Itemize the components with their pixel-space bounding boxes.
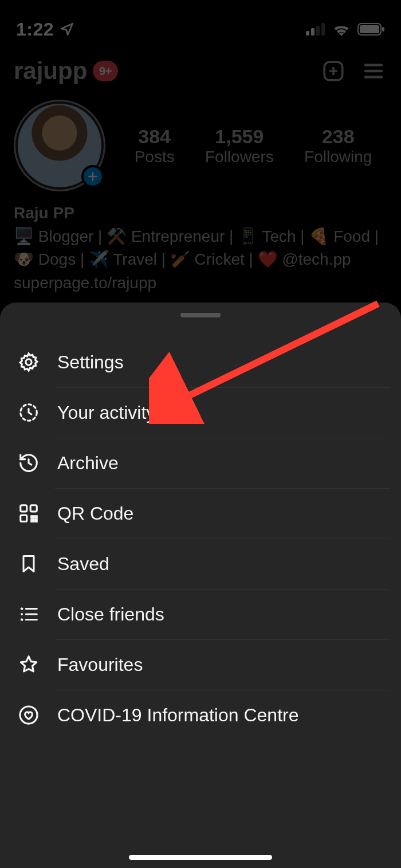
status-left: 1:22 [16, 19, 74, 40]
menu-label: Close friends [57, 604, 164, 625]
archive-clock-icon [17, 451, 40, 474]
bio-name: Raju PP [14, 202, 387, 225]
background-profile: 1:22 rajupp 9+ [0, 0, 401, 299]
profile-info-row: 384 Posts 1,559 Followers 238 Following [0, 89, 401, 197]
add-story-button[interactable] [81, 165, 104, 188]
svg-rect-23 [35, 520, 37, 521]
profile-stats: 384 Posts 1,559 Followers 238 Following [119, 125, 387, 166]
menu-label: Favourites [57, 654, 143, 675]
menu-bottom-sheet: Settings Your activity Archive QR Code [0, 303, 401, 868]
svg-rect-19 [21, 515, 27, 521]
svg-rect-17 [21, 505, 27, 512]
svg-rect-0 [306, 31, 309, 36]
svg-rect-18 [30, 505, 37, 512]
home-indicator[interactable] [129, 855, 272, 860]
svg-rect-3 [321, 23, 325, 36]
star-icon [17, 653, 40, 676]
stat-posts[interactable]: 384 Posts [135, 125, 175, 166]
status-bar: 1:22 [0, 0, 401, 50]
create-button[interactable] [320, 57, 347, 85]
status-right [306, 22, 385, 36]
screen: 1:22 rajupp 9+ [0, 0, 401, 868]
svg-point-15 [26, 359, 32, 365]
menu-item-saved[interactable]: Saved [0, 539, 401, 589]
notification-badge[interactable]: 9+ [93, 61, 118, 81]
cellular-icon [306, 23, 325, 36]
menu-item-settings[interactable]: Settings [0, 337, 401, 387]
svg-point-28 [20, 706, 37, 724]
svg-rect-6 [382, 27, 384, 32]
svg-point-27 [21, 613, 23, 615]
menu-item-covid-info[interactable]: COVID-19 Information Centre [0, 690, 401, 740]
qr-code-icon [17, 502, 40, 525]
profile-username[interactable]: rajupp [14, 57, 87, 85]
menu-label: Archive [57, 453, 119, 474]
menu-item-your-activity[interactable]: Your activity [0, 387, 401, 438]
menu-label: Your activity [57, 402, 155, 423]
menu-label: QR Code [57, 503, 133, 524]
menu-label: Saved [57, 553, 109, 575]
svg-rect-20 [32, 516, 33, 518]
stat-following[interactable]: 238 Following [304, 125, 372, 166]
stat-following-count: 238 [304, 125, 372, 148]
stat-followers-label: Followers [205, 148, 274, 166]
profile-bio: Raju PP 🖥️ Blogger | ⚒️ Entrepreneur | 📱… [0, 197, 401, 299]
svg-rect-5 [360, 25, 379, 33]
menu-label: COVID-19 Information Centre [57, 705, 299, 726]
bookmark-icon [17, 552, 40, 575]
profile-header: rajupp 9+ [0, 50, 401, 89]
bio-text: 🖥️ Blogger | ⚒️ Entrepreneur | 📱 Tech | … [14, 225, 387, 272]
wifi-icon [332, 22, 351, 36]
stat-followers-count: 1,559 [205, 125, 274, 148]
sheet-grabber[interactable] [180, 313, 221, 317]
battery-icon [357, 22, 385, 36]
close-friends-icon [17, 603, 40, 626]
stat-posts-count: 384 [135, 125, 175, 148]
hamburger-menu-icon[interactable] [360, 57, 387, 85]
stat-followers[interactable]: 1,559 Followers [205, 125, 274, 166]
menu-item-favourites[interactable]: Favourites [0, 639, 401, 690]
location-icon [60, 22, 74, 37]
svg-rect-21 [35, 516, 37, 518]
svg-rect-22 [32, 520, 33, 521]
menu-item-qr-code[interactable]: QR Code [0, 488, 401, 539]
activity-clock-icon [17, 401, 40, 424]
stat-posts-label: Posts [135, 148, 175, 166]
menu-item-close-friends[interactable]: Close friends [0, 589, 401, 639]
svg-rect-1 [311, 28, 314, 36]
bio-link[interactable]: superpage.to/rajupp [14, 272, 387, 295]
status-time: 1:22 [16, 19, 54, 40]
menu-item-archive[interactable]: Archive [0, 438, 401, 488]
menu-label: Settings [57, 352, 124, 373]
gear-icon [17, 351, 40, 374]
svg-rect-2 [316, 26, 320, 36]
menu-list: Settings Your activity Archive QR Code [0, 337, 401, 740]
heart-circle-icon [17, 704, 40, 726]
stat-following-label: Following [304, 148, 372, 166]
avatar[interactable] [14, 100, 105, 191]
